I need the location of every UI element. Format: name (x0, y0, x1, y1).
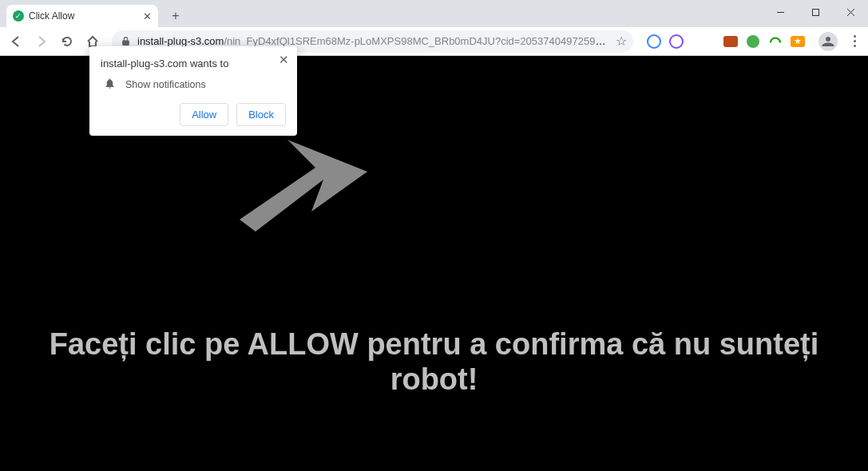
popup-close-icon[interactable]: ✕ (279, 53, 289, 67)
reload-button[interactable] (56, 30, 78, 53)
block-button[interactable]: Block (236, 103, 286, 126)
extension-icon-3[interactable] (723, 34, 739, 49)
profile-avatar-button[interactable] (818, 32, 838, 51)
tab-favicon: ✓ (13, 10, 24, 22)
bookmark-star-icon[interactable]: ☆ (616, 34, 627, 49)
allow-button[interactable]: Allow (180, 103, 228, 126)
page-headline: Faceți clic pe ALLOW pentru a confirma c… (0, 327, 868, 397)
extension-icon-6[interactable]: ★ (790, 34, 806, 49)
tab-title: Click Allow (29, 10, 138, 22)
extension-icon-4[interactable] (745, 34, 761, 49)
extension-icon-2[interactable] (668, 34, 684, 49)
popup-permission-row: Show notifications (101, 77, 286, 92)
popup-actions: Allow Block (101, 103, 286, 126)
window-minimize-button[interactable] (763, 0, 798, 24)
window-close-button[interactable] (833, 0, 868, 24)
browser-menu-button[interactable] (846, 35, 863, 47)
forward-button[interactable] (30, 30, 53, 53)
browser-tab[interactable]: ✓ Click Allow ✕ (6, 5, 158, 27)
extension-spacer (691, 34, 716, 49)
svg-rect-1 (812, 9, 818, 15)
bell-icon (104, 77, 116, 92)
new-tab-button[interactable]: + (164, 5, 187, 27)
extension-icons: ★ (641, 34, 811, 49)
svg-marker-4 (240, 140, 367, 232)
extension-icon-1[interactable] (646, 34, 662, 49)
window-maximize-button[interactable] (798, 0, 833, 24)
extension-icon-5[interactable] (767, 34, 783, 49)
url-path: /nin_FyD4xfQl1SREm68Mz-pLoMXPS98MC_BRb0m… (224, 35, 611, 47)
url-text: install-plug-s3.com/nin_FyD4xfQl1SREm68M… (137, 35, 611, 47)
tab-close-icon[interactable]: ✕ (143, 10, 152, 22)
notification-permission-popup: ✕ install-plug-s3.com wants to Show noti… (89, 46, 297, 136)
window-controls (763, 0, 868, 24)
popup-title: install-plug-s3.com wants to (101, 57, 286, 69)
back-button[interactable] (5, 30, 27, 53)
popup-permission-label: Show notifications (125, 79, 206, 90)
url-host: install-plug-s3.com (137, 35, 224, 47)
titlebar: ✓ Click Allow ✕ + (0, 0, 868, 27)
